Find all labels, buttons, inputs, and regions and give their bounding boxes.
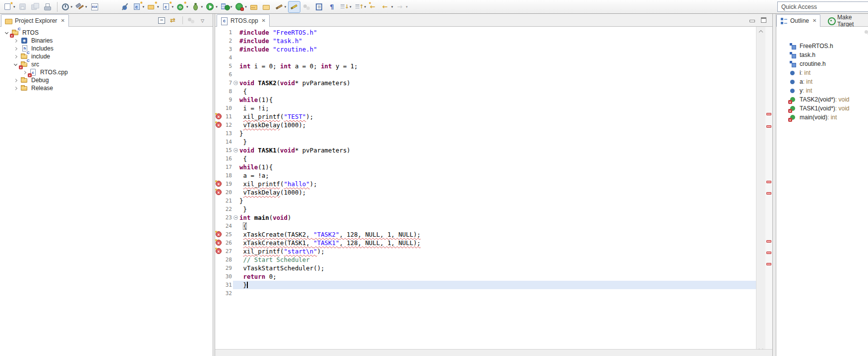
annotation-gutter[interactable] bbox=[215, 154, 223, 163]
annotation-gutter[interactable] bbox=[215, 104, 223, 112]
error-quickfix-icon[interactable] bbox=[216, 181, 222, 187]
annotation-gutter[interactable] bbox=[215, 180, 223, 188]
outline-item-main-void-[interactable]: main(void) : int bbox=[789, 113, 868, 122]
link-with-editor-icon[interactable] bbox=[170, 16, 178, 24]
fold-gutter[interactable] bbox=[233, 197, 238, 205]
expand-chevron-icon[interactable] bbox=[5, 30, 8, 34]
code-line-5[interactable]: 5int i = 0; int a = 0; int y = 1; bbox=[215, 62, 756, 70]
annotation-gutter[interactable] bbox=[215, 146, 223, 154]
fold-gutter[interactable] bbox=[233, 53, 238, 62]
tab-project-explorer[interactable]: Project Explorer ✕ bbox=[1, 14, 69, 27]
code-line-31[interactable]: 31 } bbox=[215, 281, 756, 289]
fold-gutter[interactable] bbox=[233, 37, 238, 45]
new-c-project-button[interactable]: ▾ bbox=[132, 1, 146, 13]
collapse-toggle-icon[interactable] bbox=[233, 81, 238, 85]
code-line-22[interactable]: 22 } bbox=[215, 205, 756, 213]
code-line-26[interactable]: 26 xTaskCreate(TASK1, "TASK1", 128, NULL… bbox=[215, 239, 756, 247]
expand-chevron-icon[interactable] bbox=[14, 39, 17, 42]
fold-gutter[interactable] bbox=[233, 289, 238, 298]
dropdown-arrow-icon[interactable]: ▾ bbox=[143, 5, 145, 9]
new-c-source-file-button[interactable]: ▾ bbox=[161, 1, 175, 13]
code-line-11[interactable]: 11 xil_printf("TEST"); bbox=[215, 112, 756, 121]
minimize-icon[interactable] bbox=[750, 20, 755, 22]
annotation-gutter[interactable] bbox=[215, 171, 223, 180]
tree-item-rtos-cpp[interactable]: cxRTOS.cpp bbox=[2, 68, 213, 76]
collapse-all-icon[interactable] bbox=[158, 16, 166, 24]
fold-gutter[interactable] bbox=[233, 79, 238, 87]
fold-gutter[interactable] bbox=[233, 255, 238, 264]
annotation-gutter[interactable] bbox=[215, 28, 223, 37]
error-overview-marker[interactable] bbox=[766, 125, 771, 128]
view-menu-icon[interactable] bbox=[200, 16, 208, 24]
maximize-icon[interactable] bbox=[761, 17, 766, 23]
code-line-27[interactable]: 27 xil_printf("start\n"); bbox=[215, 247, 756, 255]
dropdown-arrow-icon[interactable]: ▾ bbox=[364, 5, 366, 9]
tab-rtos-cpp[interactable]: RTOS.cpp ✕ bbox=[217, 14, 270, 27]
code-line-16[interactable]: 16 { bbox=[215, 154, 756, 163]
fold-gutter[interactable] bbox=[233, 138, 238, 146]
fold-gutter[interactable] bbox=[233, 264, 238, 272]
editor-vertical-scrollbar[interactable] bbox=[756, 27, 765, 356]
run-history-button[interactable]: ▾ bbox=[220, 1, 233, 13]
profile-button[interactable]: ▾ bbox=[234, 1, 248, 13]
new-project-button[interactable]: ▾ bbox=[146, 1, 160, 13]
pencil-button[interactable]: ▾ bbox=[274, 1, 288, 13]
fold-gutter[interactable] bbox=[233, 188, 238, 197]
code-line-7[interactable]: 7void TASK2(void* pvParameters) bbox=[215, 79, 756, 87]
code-line-25[interactable]: 25 xTaskCreate(TASK2, "TASK2", 128, NULL… bbox=[215, 230, 756, 239]
outline-item-a[interactable]: a : int bbox=[789, 77, 868, 86]
code-line-19[interactable]: 19 xil_printf("hallo"); bbox=[215, 180, 756, 188]
tree-item-rtos[interactable]: CxRTOS bbox=[2, 29, 213, 37]
annotation-gutter[interactable] bbox=[215, 87, 223, 96]
show-source-button[interactable] bbox=[314, 1, 325, 13]
tab-outline[interactable]: Outline ✕ bbox=[776, 14, 820, 27]
annotation-gutter[interactable] bbox=[215, 79, 223, 87]
tree-item-include[interactable]: Cinclude bbox=[2, 52, 213, 60]
annotation-gutter[interactable] bbox=[215, 163, 223, 171]
tab-make-target[interactable]: Make Target bbox=[824, 14, 868, 27]
editor-horizontal-scrollbar[interactable] bbox=[215, 349, 772, 356]
annotation-gutter[interactable] bbox=[215, 121, 223, 129]
fold-gutter[interactable] bbox=[233, 121, 238, 129]
fold-gutter[interactable] bbox=[233, 171, 238, 180]
overview-ruler[interactable] bbox=[765, 27, 772, 356]
annotation-gutter[interactable] bbox=[215, 96, 223, 104]
fold-gutter[interactable] bbox=[233, 70, 238, 79]
code-line-17[interactable]: 17while(1){ bbox=[215, 163, 756, 171]
error-quickfix-icon[interactable] bbox=[216, 189, 222, 195]
code-line-6[interactable]: 6 bbox=[215, 70, 756, 79]
outline-item-y[interactable]: y : int bbox=[789, 86, 868, 95]
code-line-23[interactable]: 23int main(void) bbox=[215, 213, 756, 222]
annotation-gutter[interactable] bbox=[215, 247, 223, 255]
dropdown-arrow-icon[interactable]: ▾ bbox=[186, 5, 188, 9]
code-line-32[interactable]: 32 bbox=[215, 289, 756, 298]
previous-annotation-button[interactable]: ▾ bbox=[353, 1, 367, 13]
code-line-10[interactable]: 10 i = !i; bbox=[215, 104, 756, 112]
error-quickfix-icon[interactable] bbox=[216, 240, 222, 246]
right-sash[interactable] bbox=[772, 14, 776, 356]
collapse-toggle-icon[interactable] bbox=[233, 148, 238, 153]
fold-gutter[interactable] bbox=[233, 213, 238, 222]
create-binary-button[interactable] bbox=[89, 1, 101, 13]
code-line-4[interactable]: 4 bbox=[215, 53, 756, 62]
annotation-gutter[interactable] bbox=[215, 272, 223, 281]
show-whitespace-button[interactable] bbox=[326, 1, 338, 13]
code-line-8[interactable]: 8 { bbox=[215, 87, 756, 96]
build-button[interactable]: ▾ bbox=[74, 1, 88, 13]
annotation-gutter[interactable] bbox=[215, 281, 223, 289]
dropdown-arrow-icon[interactable]: ▾ bbox=[231, 5, 232, 9]
code-line-29[interactable]: 29 vTaskStartScheduler(); bbox=[215, 264, 756, 272]
annotation-gutter[interactable] bbox=[215, 205, 223, 213]
outline-item-croutine-h[interactable]: croutine.h bbox=[789, 59, 868, 68]
dropdown-arrow-icon[interactable]: ▾ bbox=[391, 5, 393, 9]
error-quickfix-icon[interactable] bbox=[216, 122, 222, 128]
tree-item-binaries[interactable]: ∗Binaries bbox=[2, 37, 213, 45]
code-line-1[interactable]: 1#include "FreeRTOS.h" bbox=[215, 28, 756, 37]
expand-chevron-icon[interactable] bbox=[14, 47, 17, 50]
code-line-20[interactable]: 20 vTaskDelay(1000); bbox=[215, 188, 756, 197]
error-overview-marker[interactable] bbox=[766, 181, 771, 183]
dropdown-arrow-icon[interactable]: ▾ bbox=[349, 5, 351, 9]
close-icon[interactable]: ✕ bbox=[812, 18, 816, 23]
fold-gutter[interactable] bbox=[233, 247, 238, 255]
outline-item-i[interactable]: i : int bbox=[789, 68, 868, 77]
